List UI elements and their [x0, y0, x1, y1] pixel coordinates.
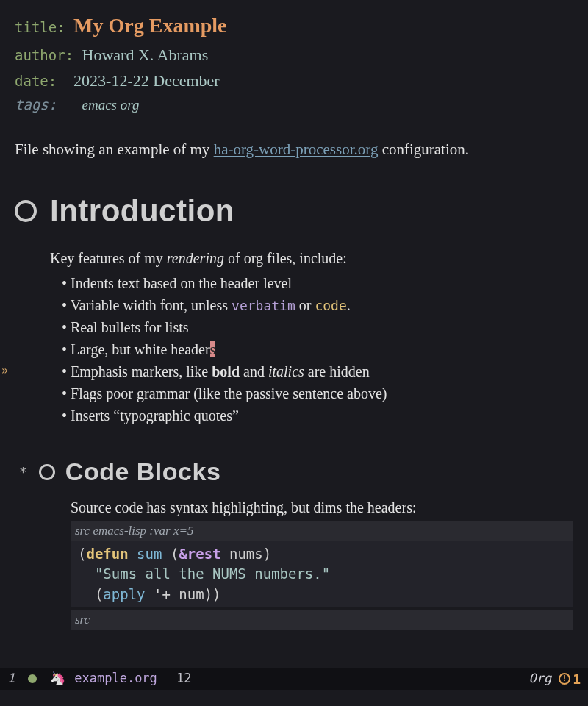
meta-date-row: date: 2023-12-22 December [15, 68, 573, 93]
document-title: My Org Example [74, 14, 226, 37]
li-text: Indents text based on the header level [71, 275, 292, 291]
li-text: . [347, 297, 351, 313]
source-code[interactable]: (defun sum (&rest nums) "Sums all the NU… [71, 541, 573, 608]
meta-key-date: date: [15, 73, 57, 89]
src-args: emacs-lisp :var x=5 [93, 524, 193, 538]
li-text: Variable width font, unless [71, 297, 232, 313]
list-item: Real bullets for lists [62, 316, 573, 338]
error-count: 1 [573, 669, 581, 689]
source-para: Source code has syntax highlighting, but… [71, 496, 573, 518]
lead-a: Key features of my [50, 250, 167, 266]
paren: ( [78, 546, 86, 562]
mode-line[interactable]: 1 🦄 example.org 12 Org !1 [0, 668, 588, 690]
meta-key-tags: tags: [15, 96, 57, 113]
list-item: Large, but white headers [62, 338, 573, 360]
li-text: Large, but white header [71, 341, 210, 357]
italic-text: italics [268, 363, 304, 379]
config-link[interactable]: ha-org-word-processor.org [214, 140, 379, 158]
ws [221, 546, 229, 562]
document-tags: emacs org [82, 97, 140, 113]
operator: + [162, 586, 170, 602]
code-blocks-body: Source code has syntax highlighting, but… [71, 496, 573, 630]
paren: ( [78, 586, 103, 602]
lead-em: rendering [167, 250, 224, 266]
heading-introduction[interactable]: Introduction [15, 188, 573, 234]
li-text: Real bullets for lists [71, 319, 189, 335]
function-name: sum [137, 546, 162, 562]
meta-title-row: title: My Org Example [15, 10, 573, 41]
special: &rest [179, 546, 220, 562]
window-number: 1 [7, 669, 15, 688]
meta-author-row: author: Howard X. Abrams [15, 43, 573, 67]
feature-list: Indents text based on the header level V… [62, 272, 573, 427]
major-mode[interactable]: Org [528, 669, 551, 688]
quote: ' [146, 586, 162, 602]
bold-text: bold [212, 363, 240, 379]
list-item: Emphasis markers, like bold and italics … [62, 360, 573, 382]
paren: ( [162, 546, 179, 562]
document-author: Howard X. Abrams [82, 46, 209, 64]
intro-before: File showing an example of my [15, 140, 214, 158]
heading-bullet-icon [39, 464, 55, 480]
text-cursor: s [210, 341, 216, 357]
ws [129, 546, 137, 562]
minibuffer[interactable] [0, 690, 588, 706]
code-text: code [315, 298, 346, 313]
li-text: Emphasis markers, like [71, 363, 212, 379]
paren: num)) [171, 586, 221, 602]
li-text: Inserts “typographic quotes” [71, 407, 239, 424]
variable: nums [229, 546, 263, 562]
heading-text: Code Blocks [65, 453, 220, 491]
buffer-name[interactable]: example.org [74, 669, 157, 688]
list-item: Inserts “typographic quotes” [62, 404, 573, 427]
list-item: Flags poor grammar (like the passive sen… [62, 382, 573, 404]
list-item: Variable width font, unless verbatim or … [62, 294, 573, 316]
li-text: are hidden [304, 363, 370, 379]
heading-bullet-icon [15, 200, 37, 222]
verbatim-text: verbatim [232, 298, 295, 313]
intro-after: configuration. [378, 140, 469, 158]
buffer-state-icon [28, 674, 37, 683]
li-text: and [240, 363, 268, 379]
li-text: or [295, 297, 315, 313]
lead-para: Key features of my rendering of org file… [50, 247, 573, 269]
keyword: defun [86, 546, 128, 562]
heading-code-blocks[interactable]: * Code Blocks [19, 453, 573, 491]
document-date: 2023-12-22 December [74, 71, 220, 90]
emacs-icon: 🦄 [50, 669, 65, 688]
line-number: 12 [176, 669, 191, 688]
meta-key-title: title: [15, 19, 65, 35]
heading-text: Introduction [50, 188, 234, 234]
meta-tags-row: tags: emacs org [15, 94, 573, 116]
fringe-marker-icon: » [1, 363, 8, 379]
list-item: Indents text based on the header level [62, 272, 573, 294]
editor-buffer[interactable]: title: My Org Example author: Howard X. … [0, 0, 588, 630]
meta-key-author: author: [15, 47, 74, 63]
intro-paragraph: File showing an example of my ha-org-wor… [15, 138, 573, 162]
docstring: "Sums all the NUMS numbers." [78, 566, 330, 582]
flycheck-error-indicator[interactable]: !1 [559, 669, 581, 689]
paren: ) [263, 546, 271, 562]
lead-b: of org files, include: [224, 250, 347, 266]
warning-icon: ! [559, 673, 570, 685]
function-name: apply [103, 586, 145, 602]
li-text: Flags poor grammar (like the passive sen… [71, 385, 387, 402]
src-keyword: src [75, 524, 93, 538]
star-marker: * [19, 462, 27, 482]
introduction-body: Key features of my rendering of org file… [50, 247, 573, 427]
src-begin: src emacs-lisp :var x=5 [71, 521, 573, 541]
src-end: src [71, 610, 573, 630]
